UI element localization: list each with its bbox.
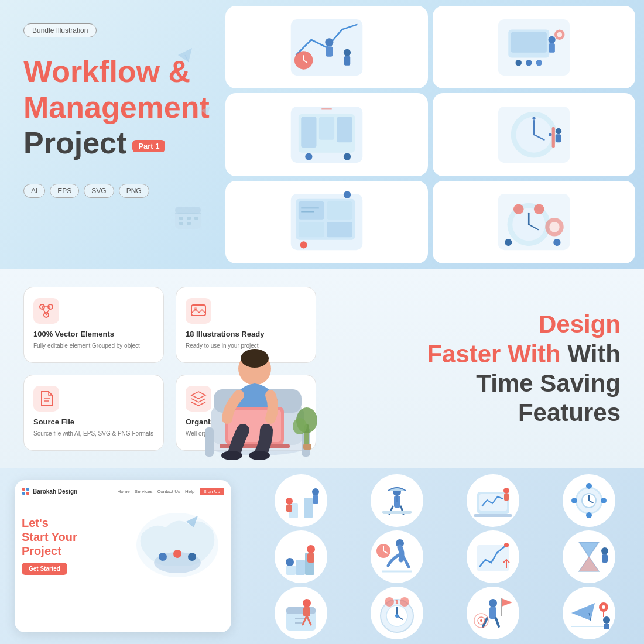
mockup-logo: Barokah Design: [22, 487, 77, 495]
illustrations-grid-top: [217, 0, 644, 269]
svg-point-43: [549, 133, 551, 136]
svg-rect-6: [179, 217, 183, 220]
illus-card-6: [433, 181, 635, 263]
get-started-button[interactable]: Get Started: [22, 563, 67, 575]
svg-rect-109: [313, 495, 318, 504]
svg-rect-118: [382, 511, 412, 514]
mockup-illustration: [131, 504, 224, 586]
calendar-decoration: [173, 202, 205, 234]
svg-rect-51: [299, 222, 324, 237]
svg-point-128: [586, 483, 592, 489]
svg-point-17: [344, 49, 351, 56]
svg-rect-135: [286, 566, 296, 575]
svg-rect-174: [489, 607, 496, 619]
middle-section: 100% Vector Elements Fully editable elem…: [0, 269, 644, 468]
top-section: Bundle Illustration Workflow & Managemen…: [0, 0, 644, 269]
svg-point-22: [549, 36, 556, 43]
feature-card-illustrations: 18 Illustrations Ready Ready to use in y…: [176, 287, 316, 363]
svg-text:1: 1: [395, 599, 399, 605]
svg-rect-156: [286, 607, 316, 614]
svg-point-140: [286, 558, 294, 566]
svg-rect-139: [307, 553, 314, 563]
svg-rect-122: [474, 514, 512, 517]
svg-rect-136: [296, 560, 305, 575]
main-title-line3: Project: [23, 126, 126, 160]
svg-rect-21: [511, 32, 547, 52]
svg-rect-46: [556, 134, 561, 142]
logo-text: Barokah Design: [33, 488, 77, 495]
format-badges: AI EPS SVG PNG: [23, 184, 199, 198]
svg-point-165: [385, 597, 394, 607]
svg-rect-33: [337, 117, 352, 142]
svg-rect-98: [26, 492, 29, 495]
svg-point-65: [549, 222, 560, 232]
svg-point-166: [400, 597, 409, 607]
svg-marker-2: [201, 106, 210, 115]
svg-point-102: [173, 550, 181, 558]
feature-title-source: Source File: [33, 417, 74, 426]
mockup-text: Let'sStart YourProject Get Started: [22, 516, 125, 575]
svg-point-35: [344, 153, 351, 160]
circle-illus-9: [275, 587, 327, 639]
svg-point-159: [303, 599, 311, 607]
svg-rect-190: [604, 624, 609, 629]
feature-desc-layers: Well organized layers and groups: [186, 430, 272, 438]
format-png: PNG: [119, 184, 149, 198]
circle-illus-2: [371, 474, 423, 527]
svg-point-123: [503, 488, 509, 494]
svg-rect-95: [22, 488, 25, 491]
layers-icon: [186, 386, 211, 412]
svg-point-170: [395, 614, 399, 618]
circle-illus-5: [275, 530, 327, 583]
svg-rect-153: [602, 554, 608, 563]
svg-rect-44: [552, 127, 555, 148]
svg-point-110: [286, 498, 293, 505]
mockup-card: Barokah Design Home Services Contact Us …: [15, 480, 231, 632]
design-faster-panel: Design Faster With With Time Saving Feat…: [340, 269, 644, 468]
mockup-heading: Let'sStart YourProject: [22, 516, 125, 558]
svg-point-173: [489, 599, 497, 607]
svg-point-149: [504, 543, 509, 547]
format-svg: SVG: [84, 184, 114, 198]
paper-plane-deco-2: [200, 105, 211, 118]
feature-desc-source: Source file with AI, EPS, SVG & PNG Form…: [33, 430, 153, 438]
circle-illus-6: [371, 530, 423, 583]
svg-point-103: [188, 553, 196, 561]
illustrations-grid-bottom: 1: [252, 468, 644, 644]
svg-point-66: [553, 239, 560, 246]
format-ai: AI: [23, 184, 45, 198]
illus-card-1: [225, 6, 428, 88]
svg-point-189: [603, 616, 610, 624]
svg-point-12: [325, 38, 333, 46]
feature-title-layers: Organized Layers: [186, 417, 249, 426]
feature-card-vector: 100% Vector Elements Fully editable elem…: [23, 287, 164, 363]
feature-desc-vector: Fully editable element Grouped by object: [33, 342, 140, 350]
illus-card-4: [433, 93, 635, 176]
circle-illus-1: [275, 474, 327, 527]
illustrations-icon: [186, 298, 211, 324]
svg-point-105: [275, 475, 327, 526]
format-eps: EPS: [50, 184, 79, 198]
circle-illus-8: [563, 530, 615, 583]
svg-point-130: [571, 498, 577, 503]
feature-card-source: Source File Source file with AI, EPS, SV…: [23, 375, 164, 451]
svg-point-181: [480, 619, 482, 622]
svg-rect-18: [344, 56, 351, 66]
illus-card-5: [225, 181, 428, 263]
nav-help: Help: [185, 489, 194, 494]
circle-illus-4: [563, 474, 615, 527]
svg-rect-107: [304, 498, 313, 518]
circle-illus-10: 1: [371, 587, 423, 639]
signup-button[interactable]: Sign Up: [200, 488, 224, 495]
svg-point-108: [312, 488, 319, 495]
svg-point-45: [556, 128, 562, 135]
svg-rect-111: [286, 505, 292, 512]
svg-point-28: [557, 32, 562, 37]
circle-illus-3: [467, 474, 519, 527]
nav-services: Services: [135, 489, 153, 494]
svg-rect-96: [26, 488, 29, 491]
svg-point-138: [307, 545, 315, 553]
design-faster-title: Design Faster With With Time Saving Feat…: [427, 310, 621, 428]
feature-title-illus: 18 Illustrations Ready: [186, 330, 264, 338]
mockup-panel: Barokah Design Home Services Contact Us …: [0, 468, 252, 644]
